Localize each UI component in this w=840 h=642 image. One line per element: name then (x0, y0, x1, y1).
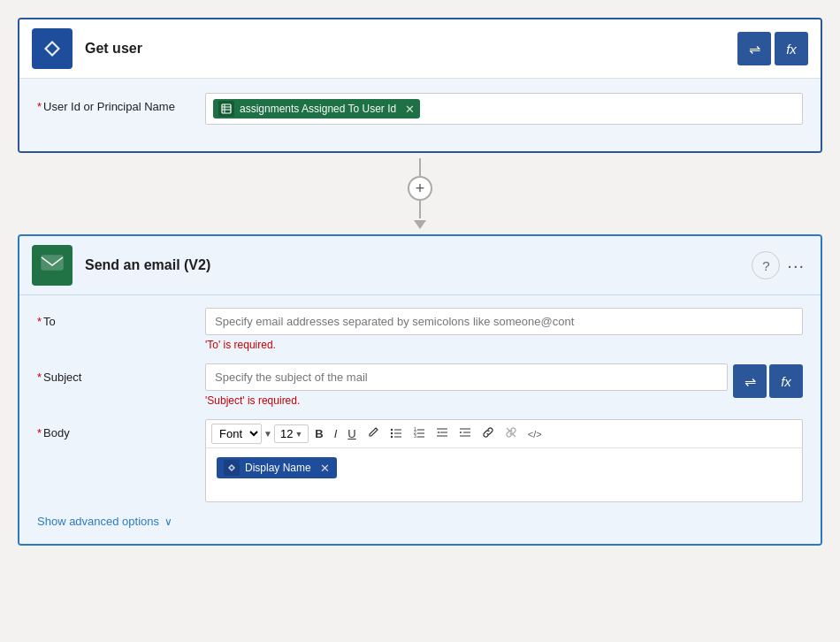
email-icon (40, 250, 65, 280)
indent-increase-button[interactable] (454, 424, 476, 443)
send-email-header: Send an email (V2) ? ··· (19, 236, 821, 295)
body-tag-icon (224, 460, 240, 476)
body-field-row: *Body Font ▼ 12 ▼ B (37, 419, 803, 502)
get-user-body: *User Id or Principal Name (19, 79, 821, 151)
user-id-input-wrap: assignments Assigned To User Id ✕ (205, 93, 803, 125)
font-select[interactable]: Font (211, 424, 262, 444)
connector-line-bottom (419, 201, 421, 218)
subject-btn1-icon: ⇌ (745, 373, 756, 390)
user-id-input[interactable]: assignments Assigned To User Id ✕ (205, 93, 803, 125)
underline-button[interactable]: U (343, 425, 360, 442)
diamond-icon (42, 38, 63, 59)
help-button[interactable]: ? (752, 251, 780, 279)
get-user-btn1[interactable]: ⇌ (737, 32, 771, 65)
user-id-tag: assignments Assigned To User Id ✕ (213, 99, 420, 118)
svg-text:3.: 3. (414, 433, 417, 439)
svg-point-11 (391, 436, 393, 438)
link-button[interactable] (477, 424, 499, 443)
get-user-header: Get user ⇌ fx (19, 19, 821, 79)
subject-field-row: *Subject 'Subject' is required. ⇌ (37, 363, 803, 407)
svg-point-9 (391, 432, 393, 434)
show-advanced-label: Show advanced options (37, 515, 159, 528)
send-email-card: Send an email (V2) ? ··· *To 'To' is req… (18, 234, 822, 546)
to-field-row: *To 'To' is required. (37, 308, 803, 351)
to-error: 'To' is required. (205, 339, 803, 351)
unlink-icon (505, 426, 517, 439)
connector: + (408, 153, 432, 234)
display-name-text: Display Name (245, 462, 311, 474)
subject-input[interactable] (205, 363, 728, 391)
font-size-value: 12 (280, 427, 293, 440)
subject-required-star: * (37, 371, 42, 384)
get-user-btn1-icon: ⇌ (749, 41, 760, 57)
code-button[interactable]: </> (523, 427, 546, 441)
link-icon (482, 426, 494, 439)
flow-container: Get user ⇌ fx *User Id or Principal Name (18, 18, 822, 546)
bullet-list-button[interactable] (386, 424, 407, 443)
to-input[interactable] (205, 308, 803, 335)
get-user-icon-box (32, 28, 73, 69)
body-required-star: * (37, 426, 42, 439)
chevron-down-icon: ∨ (164, 516, 172, 528)
body-toolbar: Font ▼ 12 ▼ B I U (206, 420, 802, 448)
send-email-body: *To 'To' is required. *Subject 'Subject' (19, 295, 821, 544)
unlink-button[interactable] (500, 424, 522, 443)
chevron-down-icon: ▼ (263, 429, 272, 439)
font-size-wrap: 12 ▼ (274, 424, 309, 443)
send-email-actions: ? ··· (752, 251, 808, 279)
indent-increase-icon (459, 426, 471, 439)
get-user-btn2-icon: fx (786, 42, 797, 57)
indent-decrease-icon (436, 426, 448, 439)
send-email-icon-box (32, 245, 73, 286)
pen-icon (367, 426, 379, 439)
subject-label: *Subject (37, 363, 205, 384)
svg-rect-2 (222, 104, 231, 113)
question-icon: ? (762, 258, 769, 273)
bullet-list-icon (390, 426, 402, 439)
get-user-card: Get user ⇌ fx *User Id or Principal Name (18, 18, 822, 153)
body-label: *Body (37, 419, 205, 439)
get-user-btn2[interactable]: fx (775, 32, 808, 65)
add-step-button[interactable]: + (408, 176, 432, 201)
svg-point-7 (391, 429, 393, 431)
body-input-wrap: Font ▼ 12 ▼ B I U (205, 419, 803, 502)
to-required-star: * (37, 315, 42, 328)
ellipsis-icon: ··· (787, 256, 805, 275)
table-icon (218, 101, 234, 117)
subject-error: 'Subject' is required. (205, 394, 728, 407)
subject-btn2[interactable]: fx (769, 364, 803, 398)
arrow-down-icon (414, 220, 426, 229)
svg-rect-6 (42, 256, 63, 270)
send-email-title: Send an email (V2) (85, 257, 752, 273)
get-user-title: Get user (85, 41, 737, 57)
subject-btn1[interactable]: ⇌ (733, 364, 767, 398)
body-editor: Font ▼ 12 ▼ B I U (205, 419, 803, 502)
pen-button[interactable] (363, 424, 384, 443)
user-id-label: *User Id or Principal Name (37, 93, 205, 113)
to-label: *To (37, 308, 205, 328)
numbered-list-icon: 1. 2. 3. (413, 426, 425, 439)
indent-decrease-button[interactable] (431, 424, 453, 443)
font-size-chevron: ▼ (294, 430, 302, 439)
get-user-actions: ⇌ fx (737, 32, 808, 65)
show-advanced-button[interactable]: Show advanced options ∨ (37, 515, 172, 528)
to-input-wrap: 'To' is required. (205, 308, 803, 351)
required-star: * (37, 100, 42, 113)
subject-input-wrap: 'Subject' is required. ⇌ fx (205, 363, 803, 407)
body-tag-close-icon[interactable]: ✕ (320, 462, 330, 475)
bold-button[interactable]: B (310, 425, 327, 442)
body-content[interactable]: Display Name ✕ (206, 448, 802, 501)
tag-close-icon[interactable]: ✕ (405, 103, 415, 116)
display-name-tag: Display Name ✕ (217, 457, 337, 478)
subject-btn2-icon: fx (781, 374, 791, 389)
connector-line-top (419, 158, 421, 176)
more-options-button[interactable]: ··· (783, 256, 808, 276)
italic-button[interactable]: I (330, 425, 342, 442)
numbered-list-button[interactable]: 1. 2. 3. (409, 424, 430, 443)
tag-text: assignments Assigned To User Id (240, 103, 396, 115)
plus-icon: + (416, 180, 425, 198)
user-id-field-row: *User Id or Principal Name (37, 93, 803, 125)
